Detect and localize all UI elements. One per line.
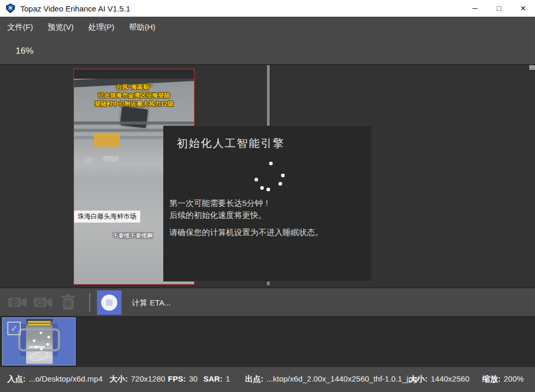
dialog-line-1: 第一次可能需要长达5分钟！ <box>169 197 323 209</box>
minimize-button[interactable]: ─ <box>463 0 487 17</box>
thumbnail-checkbox[interactable]: ✓ <box>7 322 21 335</box>
thumb-spinner-dot <box>35 346 38 348</box>
status-input-file: 入点:...o/Desktop/x6d.mp4 <box>7 374 103 384</box>
maximize-button[interactable]: □ <box>487 0 511 17</box>
menu-bar: 文件(F) 预览(V) 处理(P) 帮助(H) <box>0 17 535 38</box>
thumbnail-headline-stripe <box>28 321 51 323</box>
status-fps: FPS:30 <box>168 374 198 383</box>
status-output-size: 大小:1440x2560 <box>409 374 469 384</box>
close-button[interactable]: ✕ <box>511 0 535 17</box>
zoom-percent-label: 16% <box>16 46 33 56</box>
menu-preview[interactable]: 预览(V) <box>47 22 74 32</box>
stop-processing-button[interactable] <box>97 290 121 315</box>
status-value: 720x1280 <box>131 374 165 383</box>
spinner-dot <box>278 182 282 186</box>
preview-headline: 台风“海高斯” 已在珠海市金湾区沿海登陆 登陆时中心附近最大风力12级 <box>74 83 194 108</box>
menu-process[interactable]: 处理(P) <box>88 22 114 32</box>
remove-video-icon[interactable] <box>33 295 53 310</box>
app-window: Topaz Video Enhance AI V1.5.1 ─ □ ✕ 文件(F… <box>0 0 535 392</box>
playback-toolbar: 16% 0 / 357 [ 0 : 357 ] <box>0 38 535 65</box>
status-input-size: 大小:720x1280 <box>110 374 165 384</box>
spinner-dot <box>260 186 264 190</box>
film-frame-icon <box>18 328 60 351</box>
app-logo-icon <box>5 3 16 14</box>
dialog-body: 第一次可能需要长达5分钟！ 后续的初始化速度将更快。 请确保您的计算机设置为不进… <box>169 197 323 238</box>
status-sar: SAR:1 <box>203 374 230 383</box>
dialog-title: 初始化人工智能引擎 <box>177 136 285 151</box>
status-label: 入点: <box>7 374 26 383</box>
status-label: 大小: <box>409 374 428 383</box>
status-label: 大小: <box>110 374 128 383</box>
spinner-dot <box>254 178 258 181</box>
status-label: SAR: <box>203 374 223 383</box>
spinner-dot <box>269 162 273 165</box>
toolbar-divider <box>89 293 90 312</box>
title-bar: Topaz Video Enhance AI V1.5.1 ─ □ ✕ <box>0 0 535 17</box>
window-title: Topaz Video Enhance AI V1.5.1 <box>20 4 130 13</box>
thumb-spinner-dot <box>33 339 35 342</box>
spinner-dot <box>266 188 270 191</box>
dialog-line-3: 请确保您的计算机设置为不进入睡眠状态。 <box>169 226 323 238</box>
spinner-dot <box>281 174 285 177</box>
status-value: 30 <box>189 374 198 383</box>
window-controls: ─ □ ✕ <box>463 0 535 17</box>
init-engine-dialog: 初始化人工智能引擎 第一次可能需要长达5分钟！ 后续的初始化速度将更快。 请确保… <box>163 126 372 281</box>
headline-line-1: 台风“海高斯” <box>74 83 194 91</box>
video-thumbnail-selected[interactable]: ✓ <box>2 317 76 365</box>
thumb-spinner-dot <box>40 332 42 334</box>
status-bar: 入点:...o/Desktop/x6d.mp4 大小:720x1280 FPS:… <box>0 367 535 392</box>
menu-help[interactable]: 帮助(H) <box>129 22 155 32</box>
thumb-spinner-dot <box>40 348 43 350</box>
main-area: 台风“海高斯” 已在珠海市金湾区沿海登陆 登陆时中心附近最大风力12级 珠海白藤… <box>0 65 535 287</box>
scrollbar-nub <box>529 65 535 70</box>
status-value: ...o/Desktop/x6d.mp4 <box>29 374 103 383</box>
thumb-spinner-dot <box>46 343 49 346</box>
status-scale: 缩放:200% <box>482 374 524 384</box>
headline-line-3: 登陆时中心附近最大风力12级 <box>74 100 194 108</box>
add-video-icon[interactable] <box>8 295 28 310</box>
thumb-spinner-dot <box>47 336 50 338</box>
headline-line-2: 已在珠海市金湾区沿海登陆 <box>74 91 194 100</box>
preview-location-label: 珠海白藤头海鲜市场 <box>74 211 140 223</box>
preview-hanging-object <box>120 106 148 128</box>
preview-caption: 不要慌不要慌啊 <box>113 232 153 240</box>
status-label: FPS: <box>168 374 186 383</box>
preview-bridge-truss <box>74 121 194 125</box>
eta-label: 计算 ETA... <box>132 298 171 308</box>
menu-file[interactable]: 文件(F) <box>7 22 33 32</box>
status-label: 出点: <box>245 374 263 383</box>
trash-icon[interactable] <box>60 294 76 311</box>
dialog-line-2: 后续的初始化速度将更快。 <box>169 209 323 221</box>
stop-icon <box>101 295 117 311</box>
status-value: ...ktop/x6d_2.00x_1440x2560_thf-1.0.1_jp… <box>266 374 419 383</box>
process-toolbar: 计算 ETA... <box>0 287 535 316</box>
status-value: 1440x2560 <box>431 374 469 383</box>
status-output-path: 出点:...ktop/x6d_2.00x_1440x2560_thf-1.0.1… <box>245 374 419 384</box>
status-value: 1 <box>226 374 230 383</box>
status-label: 缩放: <box>482 374 501 383</box>
thumbnail-strip: ✓ <box>0 316 535 367</box>
status-value: 200% <box>504 374 524 383</box>
